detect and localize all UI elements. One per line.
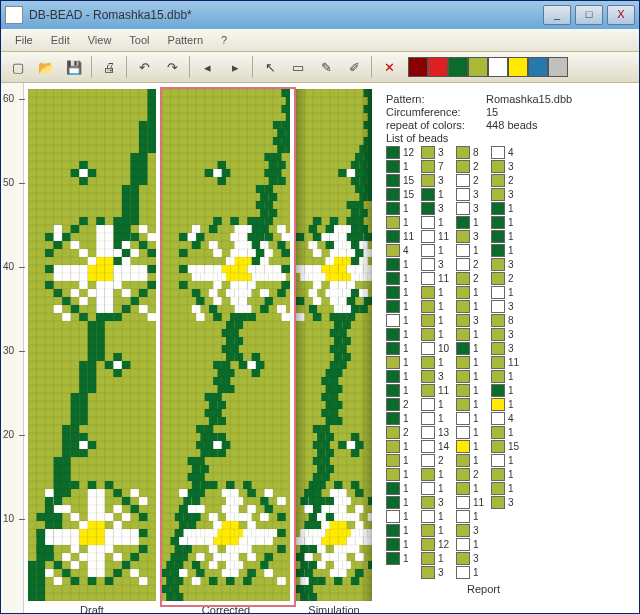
color-swatch[interactable] <box>508 57 528 77</box>
maximize-button[interactable]: □ <box>575 5 603 25</box>
menu-help[interactable]: ? <box>213 32 235 48</box>
bead-count: 1 <box>403 469 419 480</box>
bead-count: 1 <box>473 357 489 368</box>
bead-count: 13 <box>438 427 454 438</box>
bead-count: 2 <box>473 161 489 172</box>
bead-item: 1 <box>421 552 454 565</box>
menu-edit[interactable]: Edit <box>43 32 78 48</box>
bead-swatch <box>386 426 400 439</box>
bead-swatch <box>491 146 505 159</box>
minimize-button[interactable]: _ <box>543 5 571 25</box>
nav-left-button[interactable]: ◂ <box>194 54 220 80</box>
close-button[interactable]: X <box>607 5 635 25</box>
bead-item: 4 <box>491 412 524 425</box>
corrected-canvas[interactable] <box>162 89 290 601</box>
bead-count: 1 <box>438 189 454 200</box>
new-button[interactable]: ▢ <box>5 54 31 80</box>
bead-item: 1 <box>456 370 489 383</box>
bead-count: 1 <box>403 455 419 466</box>
undo-button[interactable]: ↶ <box>131 54 157 80</box>
select-tool[interactable]: ▭ <box>285 54 311 80</box>
draft-canvas[interactable] <box>28 89 156 601</box>
bead-count: 1 <box>473 329 489 340</box>
bead-item: 2 <box>456 258 489 271</box>
bead-swatch <box>386 482 400 495</box>
bead-item: 1 <box>386 538 419 551</box>
bead-swatch <box>421 538 435 551</box>
bead-swatch <box>386 174 400 187</box>
bead-item: 1 <box>386 342 419 355</box>
bead-swatch <box>386 510 400 523</box>
bead-item: 1 <box>491 454 524 467</box>
bead-count: 11 <box>438 385 454 396</box>
open-button[interactable]: 📂 <box>33 54 59 80</box>
bead-item: 2 <box>456 272 489 285</box>
bead-swatch <box>456 216 470 229</box>
bead-count: 14 <box>438 441 454 452</box>
bead-swatch <box>456 356 470 369</box>
eyedropper-tool[interactable]: ✐ <box>341 54 367 80</box>
bead-item: 1 <box>456 440 489 453</box>
nav-right-button[interactable]: ▸ <box>222 54 248 80</box>
print-button[interactable]: 🖨 <box>96 54 122 80</box>
pointer-tool[interactable]: ↖ <box>257 54 283 80</box>
report-panel: Pattern:Romashka15.dbb Circumference:15 … <box>378 89 585 611</box>
toolbar: ▢ 📂 💾 🖨 ↶ ↷ ◂ ▸ ↖ ▭ ✎ ✐ ✕ <box>1 52 639 83</box>
bead-item: 15 <box>386 174 419 187</box>
menu-file[interactable]: File <box>7 32 41 48</box>
pencil-tool[interactable]: ✎ <box>313 54 339 80</box>
bead-item: 2 <box>386 426 419 439</box>
redo-button[interactable]: ↷ <box>159 54 185 80</box>
bead-swatch <box>456 468 470 481</box>
bead-item: 11 <box>421 230 454 243</box>
bead-swatch <box>386 468 400 481</box>
color-swatch[interactable] <box>488 57 508 77</box>
save-button[interactable]: 💾 <box>61 54 87 80</box>
bead-count: 1 <box>473 483 489 494</box>
bead-count: 1 <box>473 441 489 452</box>
bead-count: 3 <box>473 553 489 564</box>
menu-tool[interactable]: Tool <box>121 32 157 48</box>
bead-item: 1 <box>491 216 524 229</box>
bead-swatch <box>456 370 470 383</box>
delete-button[interactable]: ✕ <box>376 54 402 80</box>
bead-item: 1 <box>421 188 454 201</box>
bead-item: 3 <box>491 160 524 173</box>
bead-swatch <box>421 398 435 411</box>
bead-count: 1 <box>508 231 524 242</box>
bead-item: 1 <box>421 356 454 369</box>
bead-item: 1 <box>491 426 524 439</box>
menu-view[interactable]: View <box>80 32 120 48</box>
bead-count: 1 <box>473 217 489 228</box>
menu-pattern[interactable]: Pattern <box>160 32 211 48</box>
bead-item: 1 <box>491 398 524 411</box>
bead-swatch <box>386 300 400 313</box>
bead-count: 11 <box>403 231 419 242</box>
color-swatch[interactable] <box>548 57 568 77</box>
bead-swatch <box>456 300 470 313</box>
simulation-canvas[interactable] <box>296 89 372 601</box>
bead-item: 1 <box>386 496 419 509</box>
ruler-tick: 30 <box>1 345 25 356</box>
color-swatch[interactable] <box>448 57 468 77</box>
bead-swatch <box>491 342 505 355</box>
bead-swatch <box>386 440 400 453</box>
bead-item: 1 <box>386 272 419 285</box>
bead-count: 1 <box>473 301 489 312</box>
bead-swatch <box>456 482 470 495</box>
bead-item: 10 <box>421 342 454 355</box>
bead-swatch <box>421 412 435 425</box>
bead-count: 1 <box>403 441 419 452</box>
bead-swatch <box>421 328 435 341</box>
bead-count: 3 <box>438 567 454 578</box>
bead-swatch <box>456 538 470 551</box>
bead-item: 3 <box>421 370 454 383</box>
color-swatch[interactable] <box>408 57 428 77</box>
color-swatch[interactable] <box>468 57 488 77</box>
color-swatch[interactable] <box>428 57 448 77</box>
bead-swatch <box>456 426 470 439</box>
color-swatch[interactable] <box>528 57 548 77</box>
bead-item: 1 <box>491 230 524 243</box>
bead-item: 11 <box>456 496 489 509</box>
bead-count: 3 <box>438 147 454 158</box>
